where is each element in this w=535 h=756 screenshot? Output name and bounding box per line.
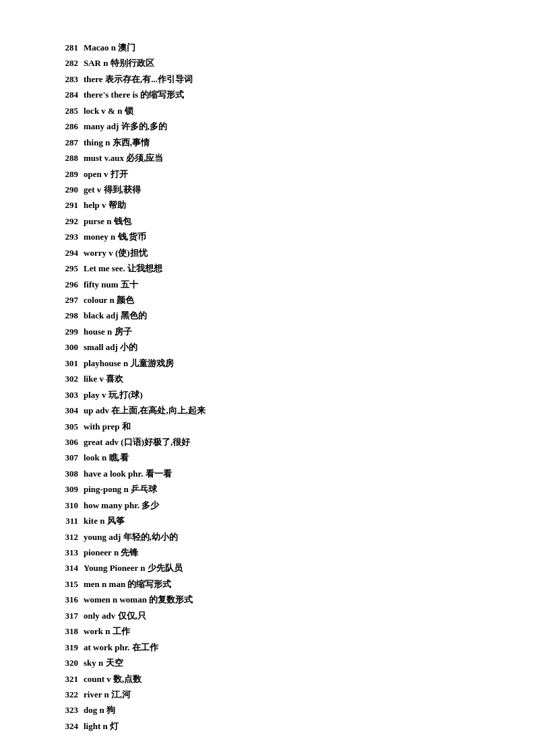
list-item: 308have a look phr. 看一看	[54, 467, 481, 481]
entry-number: 307	[54, 450, 78, 465]
entry-number: 317	[54, 609, 78, 623]
list-item: 296fifty num 五十	[54, 277, 481, 291]
list-item: 298black adj 黑色的	[54, 308, 481, 322]
list-item: 286many adj 许多的,多的	[54, 119, 481, 133]
entry-number: 284	[54, 88, 78, 102]
entry-number: 306	[54, 435, 78, 449]
entry-content: must v.aux 必须,应当	[84, 151, 163, 165]
entry-number: 304	[54, 403, 78, 417]
list-item: 303play v 玩,打(球)	[54, 388, 481, 402]
list-item: 324light n 灯	[54, 719, 481, 733]
entry-content: colour n 颜色	[84, 293, 134, 307]
list-item: 321count v 数,点数	[54, 672, 481, 686]
list-item: 309ping-pong n 乒乓球	[54, 482, 481, 496]
entry-content: ping-pong n 乒乓球	[84, 482, 157, 496]
entry-number: 321	[54, 672, 78, 686]
entry-number: 282	[54, 56, 78, 70]
entry-content: play v 玩,打(球)	[84, 388, 143, 402]
entry-number: 287	[54, 135, 78, 149]
entry-content: money n 钱,货币	[84, 230, 146, 244]
entry-number: 313	[54, 545, 78, 559]
entry-content: young adj 年轻的,幼小的	[84, 530, 178, 544]
entry-content: like v 喜欢	[84, 372, 123, 386]
entry-number: 286	[54, 119, 78, 133]
entry-number: 303	[54, 388, 78, 402]
list-item: 310how many phr. 多少	[54, 498, 481, 512]
list-item: 299house n 房子	[54, 324, 481, 339]
list-item: 306great adv (口语)好极了,很好	[54, 435, 481, 449]
entry-number: 320	[54, 656, 78, 670]
entry-content: there 表示存在,有...作引导词	[84, 72, 193, 86]
list-item: 307look n 瞧,看	[54, 450, 481, 465]
entry-content: open v 打开	[84, 167, 128, 181]
entry-number: 314	[54, 561, 78, 575]
entry-content: count v 数,点数	[84, 672, 141, 686]
entry-content: great adv (口语)好极了,很好	[84, 435, 190, 449]
list-item: 297colour n 颜色	[54, 293, 481, 307]
entry-content: lock v & n 锁	[84, 104, 133, 118]
list-item: 283there 表示存在,有...作引导词	[54, 72, 481, 86]
list-item: 319at work phr. 在工作	[54, 640, 481, 654]
entry-content: SAR n 特别行政区	[84, 56, 154, 70]
entry-number: 299	[54, 324, 78, 339]
entry-content: how many phr. 多少	[84, 498, 159, 512]
entry-content: Let me see. 让我想想	[84, 261, 162, 275]
entry-content: get v 得到,获得	[84, 182, 141, 197]
list-item: 316women n woman 的复数形式	[54, 592, 481, 607]
entry-number: 316	[54, 592, 78, 607]
list-item: 293money n 钱,货币	[54, 230, 481, 244]
list-item: 322river n 江,河	[54, 687, 481, 701]
entry-content: sky n 天空	[84, 656, 123, 670]
entry-content: men n man 的缩写形式	[84, 577, 171, 591]
list-item: 305with prep 和	[54, 419, 481, 434]
entry-number: 290	[54, 182, 78, 197]
entry-content: pioneer n 先锋	[84, 545, 138, 559]
entry-number: 298	[54, 308, 78, 322]
entry-content: purse n 钱包	[84, 214, 131, 228]
entry-number: 318	[54, 624, 78, 638]
entry-content: only adv 仅仅,只	[84, 609, 146, 623]
list-item: 290get v 得到,获得	[54, 182, 481, 197]
entry-number: 311	[54, 514, 78, 528]
entry-number: 289	[54, 167, 78, 181]
entry-number: 294	[54, 246, 78, 260]
list-item: 288must v.aux 必须,应当	[54, 151, 481, 165]
list-item: 285lock v & n 锁	[54, 104, 481, 118]
entry-content: have a look phr. 看一看	[84, 467, 172, 481]
list-item: 320sky n 天空	[54, 656, 481, 670]
entry-content: house n 房子	[84, 324, 132, 339]
entry-content: there's there is 的缩写形式	[84, 88, 184, 102]
entry-content: playhouse n 儿童游戏房	[84, 356, 174, 370]
entry-number: 319	[54, 640, 78, 654]
list-item: 301playhouse n 儿童游戏房	[54, 356, 481, 370]
entry-content: kite n 风筝	[84, 514, 125, 528]
entry-content: work n 工作	[84, 624, 130, 638]
entry-number: 283	[54, 72, 78, 86]
entry-number: 322	[54, 687, 78, 701]
entry-content: up adv 在上面,在高处,向上,起来	[84, 403, 206, 417]
entry-content: thing n 东西,事情	[84, 135, 150, 149]
list-item: 304up adv 在上面,在高处,向上,起来	[54, 403, 481, 417]
entry-number: 308	[54, 467, 78, 481]
entry-number: 301	[54, 356, 78, 370]
entry-number: 302	[54, 372, 78, 386]
list-item: 294worry v (使)担忧	[54, 246, 481, 260]
list-item: 311kite n 风筝	[54, 514, 481, 528]
entry-number: 300	[54, 340, 78, 354]
entry-content: fifty num 五十	[84, 277, 138, 291]
entry-content: women n woman 的复数形式	[84, 592, 193, 607]
list-item: 300small adj 小的	[54, 340, 481, 354]
entry-content: look n 瞧,看	[84, 450, 129, 465]
entry-number: 323	[54, 703, 78, 717]
entry-number: 281	[54, 40, 78, 55]
entry-number: 291	[54, 198, 78, 212]
list-item: 318work n 工作	[54, 624, 481, 638]
entry-number: 295	[54, 261, 78, 275]
entry-number: 297	[54, 293, 78, 307]
list-item: 314Young Pioneer n 少先队员	[54, 561, 481, 575]
list-item: 287thing n 东西,事情	[54, 135, 481, 149]
entry-content: at work phr. 在工作	[84, 640, 158, 654]
entry-number: 288	[54, 151, 78, 165]
list-item: 292purse n 钱包	[54, 214, 481, 228]
entry-number: 312	[54, 530, 78, 544]
